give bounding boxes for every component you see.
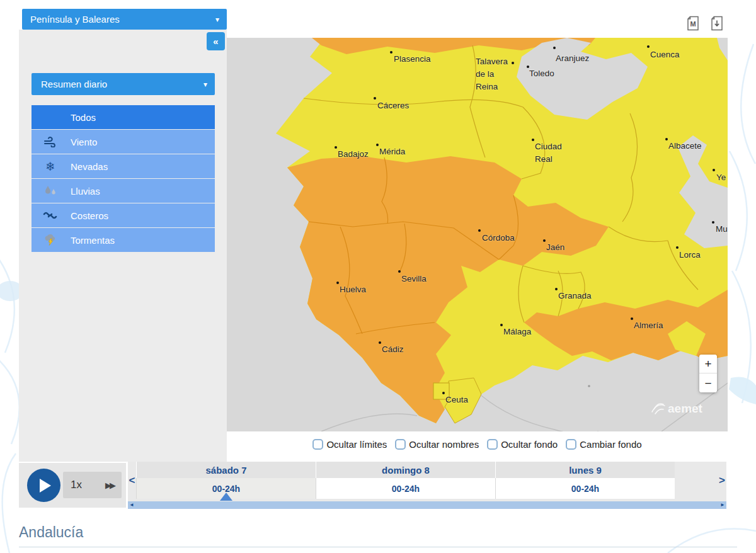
filter-item-costeros[interactable]: Costeros [32, 203, 215, 227]
svg-text:aemet: aemet [668, 402, 703, 415]
timeline-slot[interactable]: 00-24h [316, 478, 495, 499]
timeline-slot[interactable]: 00-24h [495, 478, 675, 499]
option-ocultar-fondo: Ocultar fondo [487, 439, 558, 450]
summary-mode-value: Resumen diario [41, 79, 107, 89]
ocultar-fondo-checkbox[interactable] [487, 439, 498, 450]
region-selector-value: Península y Baleares [30, 14, 120, 25]
filter-label: Costeros [71, 210, 108, 221]
region-selector-dropdown[interactable]: Península y Baleares ▾ [22, 9, 227, 30]
section-title: Andalucía [19, 524, 737, 547]
filter-label: Viento [71, 137, 97, 147]
timeline-next-arrow[interactable]: > [718, 462, 726, 499]
filter-item-todos[interactable]: Todos [32, 105, 215, 129]
timeline-slot[interactable]: 00-24h [136, 478, 316, 499]
option-ocultar-nombres: Ocultar nombres [395, 439, 479, 450]
chevron-down-icon: ▾ [203, 80, 207, 89]
waves-icon [41, 211, 60, 220]
timeline-day-domingo: domingo 8 00-24h [316, 462, 495, 499]
download-icon[interactable] [709, 16, 724, 31]
zoom-out-button[interactable]: − [699, 373, 717, 392]
snowflake-icon: ❄ [41, 161, 60, 173]
timeline-slot-label: 00-24h [571, 484, 599, 494]
storm-icon [41, 234, 60, 246]
scroll-left-arrow-icon[interactable]: ◄ [129, 503, 134, 508]
cambiar-fondo-checkbox[interactable] [566, 439, 576, 450]
timeline-filler [675, 462, 718, 499]
summary-mode-dropdown[interactable]: Resumen diario ▾ [32, 73, 215, 95]
zoom-in-button[interactable]: + [699, 355, 717, 373]
filter-item-viento[interactable]: Viento [32, 130, 215, 154]
animation-player: 1x ▶▶ [19, 463, 126, 508]
checkbox-label: Ocultar nombres [409, 439, 479, 450]
timeline-day-header: domingo 8 [316, 462, 495, 478]
timeline-row: < sábado 7 00-24h domingo 8 00-24h lunes… [128, 462, 726, 499]
sidebar-collapse-button[interactable]: « [207, 32, 225, 50]
svg-text:M: M [690, 20, 696, 28]
speed-value: 1x [71, 479, 82, 491]
checkbox-label: Cambiar fondo [580, 439, 641, 450]
play-icon [40, 479, 51, 493]
option-ocultar-limites: Ocultar límites [312, 439, 387, 450]
scroll-right-arrow-icon[interactable]: ► [720, 503, 725, 508]
filter-item-nevadas[interactable]: ❄ Nevadas [32, 154, 215, 178]
timeline-day-header: lunes 9 [495, 462, 675, 478]
timeline-day-sabado: sábado 7 00-24h [136, 462, 316, 499]
checkbox-label: Ocultar fondo [501, 439, 558, 450]
filter-item-tormentas[interactable]: Tormentas [32, 228, 215, 252]
option-cambiar-fondo: Cambiar fondo [566, 439, 641, 450]
timeline-prev-arrow[interactable]: < [128, 462, 136, 499]
timeline-day-lunes: lunes 9 00-24h [495, 462, 675, 499]
map-toolbar: M [685, 16, 724, 31]
filter-label: Todos [71, 112, 96, 123]
timeline-scrollbar[interactable]: ◄ ► [128, 501, 726, 509]
filter-item-lluvias[interactable]: Lluvias [32, 179, 215, 203]
filter-label: Lluvias [71, 186, 100, 197]
ocultar-nombres-checkbox[interactable] [395, 439, 406, 450]
checkbox-label: Ocultar límites [326, 439, 387, 450]
warning-filter-list: Todos Viento ❄ Nevadas Lluvias [32, 105, 215, 253]
warnings-map[interactable]: PlasenciaTalavera de la ReinaToledoAranj… [227, 38, 728, 431]
filter-label: Nevadas [71, 161, 108, 172]
aemet-warnings-page: Península y Baleares ▾ « Resumen diario … [0, 0, 756, 553]
ocultar-limites-checkbox[interactable] [312, 439, 323, 450]
timeline-slot-label: 00-24h [392, 484, 420, 494]
wind-icon [41, 137, 60, 147]
timeline-position-marker[interactable] [220, 493, 232, 501]
play-button[interactable] [27, 469, 60, 502]
speed-control[interactable]: 1x ▶▶ [63, 472, 122, 498]
timeline-day-header: sábado 7 [136, 462, 316, 478]
aemet-logo: aemet [650, 399, 719, 417]
fast-forward-icon[interactable]: ▶▶ [105, 481, 114, 490]
map-options-row: Ocultar límites Ocultar nombres Ocultar … [227, 433, 728, 455]
map-document-icon[interactable]: M [685, 16, 701, 31]
map-canvas [227, 38, 728, 431]
filter-label: Tormentas [71, 235, 115, 246]
map-zoom-control: + − [699, 355, 717, 392]
chevron-down-icon: ▾ [215, 15, 219, 24]
rain-icon [41, 185, 60, 197]
timeline: < sábado 7 00-24h domingo 8 00-24h lunes… [128, 462, 726, 509]
